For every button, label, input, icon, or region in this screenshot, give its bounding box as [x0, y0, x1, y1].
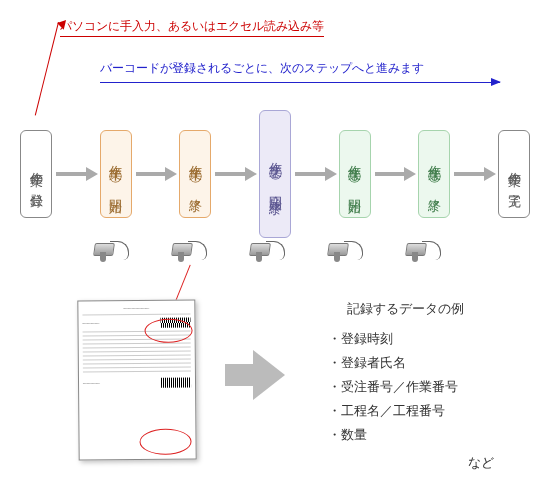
barcode-caption: バーコードが登録されるごとに、次のステップへと進みます — [100, 60, 424, 77]
recorded-data-etc: など — [300, 454, 510, 472]
step-task2: 作業② 開始・終了 — [259, 110, 291, 238]
step-complete: 作業の完了 — [498, 130, 530, 218]
flow-arrow-5 — [373, 169, 417, 179]
highlight-circle-bottom — [139, 429, 191, 455]
barcode-scanner-icon — [94, 235, 130, 263]
scanner-row — [94, 235, 442, 263]
flow-row: 作業の登録 作業① 開始 作業① 終了 作業② 開始・終了 作業③ 開始 作業③… — [20, 110, 530, 238]
flow-arrow-6 — [452, 169, 496, 179]
recorded-data-title: 記録するデータの例 — [300, 300, 510, 318]
list-item: 登録時刻 — [328, 330, 510, 348]
work-order-document: ────── ──── ──── — [77, 299, 196, 460]
step-task1-start: 作業① 開始 — [100, 130, 132, 218]
barcode-scanner-icon — [250, 235, 286, 263]
step-task3-start: 作業③ 開始 — [339, 130, 371, 218]
barcode-scanner-icon — [406, 235, 442, 263]
barcode-icon — [161, 378, 191, 388]
pointer-top-red — [35, 22, 59, 115]
flow-arrow-1 — [54, 169, 98, 179]
recorded-data-list: 登録時刻 登録者氏名 受注番号／作業番号 工程名／工程番号 数量 — [300, 330, 510, 444]
list-item: 受注番号／作業番号 — [328, 378, 510, 396]
list-item: 工程名／工程番号 — [328, 402, 510, 420]
flow-arrow-4 — [293, 169, 337, 179]
step-task1-end: 作業① 終了 — [179, 130, 211, 218]
flow-arrow-3 — [213, 169, 257, 179]
flow-arrow-2 — [134, 169, 178, 179]
barcode-scanner-icon — [328, 235, 364, 263]
recorded-data-panel: 記録するデータの例 登録時刻 登録者氏名 受注番号／作業番号 工程名／工程番号 … — [300, 300, 510, 472]
step-register: 作業の登録 — [20, 130, 52, 218]
big-arrow-icon — [225, 350, 285, 400]
top-caption: パソコンに手入力、あるいはエクセル読み込み等 — [60, 18, 324, 37]
progress-arrow — [100, 82, 500, 83]
list-item: 登録者氏名 — [328, 354, 510, 372]
step-task3-end: 作業③ 終了 — [418, 130, 450, 218]
barcode-caption-text: バーコードが登録されるごとに、次のステップへと進みます — [100, 60, 424, 77]
barcode-scanner-icon — [172, 235, 208, 263]
top-caption-text: パソコンに手入力、あるいはエクセル読み込み等 — [60, 18, 324, 37]
list-item: 数量 — [328, 426, 510, 444]
